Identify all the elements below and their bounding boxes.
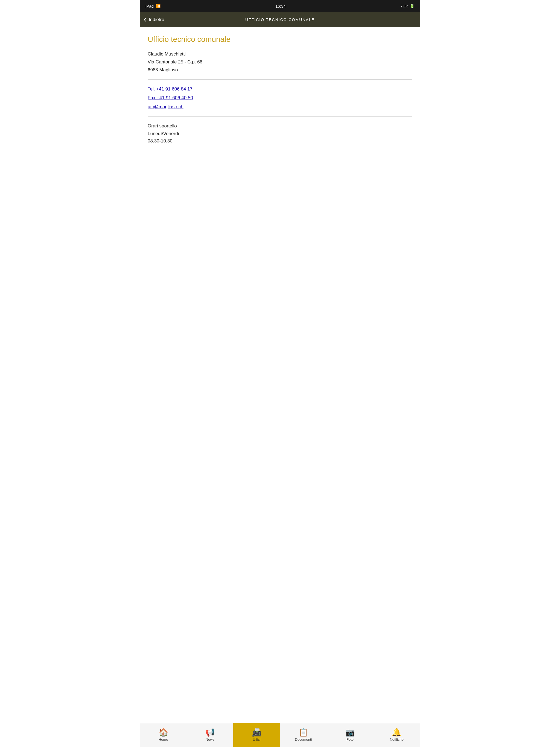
home-icon: 🏠: [159, 729, 168, 736]
notifiche-label: Notifiche: [390, 738, 404, 742]
tab-documenti[interactable]: 📋Documenti: [280, 723, 327, 747]
page-title: Ufficio tecnico comunale: [148, 35, 412, 44]
foto-label: Foto: [347, 738, 354, 742]
contact-name: Claudio Muschietti: [148, 50, 412, 58]
tab-bar: 🏠Home📢News📠Uffici📋Documenti📷Foto🔔Notific…: [140, 723, 420, 747]
phone-link[interactable]: Tel. +41 91 606 84 17: [148, 85, 412, 94]
battery-label: 71%: [401, 4, 408, 8]
tab-foto[interactable]: 📷Foto: [327, 723, 374, 747]
email-link[interactable]: utc@magliaso.ch: [148, 103, 412, 111]
status-bar: iPad 📶 16:34 71% 🔋: [140, 0, 420, 12]
tab-news[interactable]: 📢News: [187, 723, 233, 747]
uffici-icon: 📠: [252, 729, 261, 736]
divider-1: [148, 79, 412, 80]
contact-address1: Via Cantonale 25 - C.p. 66: [148, 58, 412, 66]
hours-time: 08.30-10.30: [148, 137, 412, 145]
back-label: Indietro: [149, 17, 164, 22]
contact-links: Tel. +41 91 606 84 17 Fax +41 91 606 40 …: [148, 85, 412, 111]
uffici-label: Uffici: [253, 738, 261, 742]
tab-home[interactable]: 🏠Home: [140, 723, 187, 747]
fax-link[interactable]: Fax +41 91 606 40 50: [148, 94, 412, 102]
contact-address2: 6983 Magliaso: [148, 66, 412, 74]
hours-label: Orari sportello: [148, 122, 412, 130]
divider-2: [148, 117, 412, 117]
main-content: Ufficio tecnico comunale Claudio Muschie…: [140, 27, 420, 723]
status-bar-right: 71% 🔋: [401, 4, 414, 8]
battery-icon: 🔋: [410, 4, 414, 8]
wifi-icon: 📶: [156, 4, 160, 8]
status-bar-left: iPad 📶: [146, 4, 160, 8]
back-button[interactable]: Indietro: [144, 17, 177, 22]
news-label: News: [206, 738, 215, 742]
nav-title: UFFICIO TECNICO COMUNALE: [177, 18, 383, 22]
status-bar-time: 16:34: [275, 4, 286, 8]
news-icon: 📢: [205, 729, 215, 736]
documenti-label: Documenti: [295, 738, 312, 742]
foto-icon: 📷: [345, 729, 355, 736]
notifiche-icon: 🔔: [392, 729, 401, 736]
contact-info: Claudio Muschietti Via Cantonale 25 - C.…: [148, 50, 412, 74]
tab-uffici[interactable]: 📠Uffici: [233, 723, 280, 747]
hours-days: Lunedì/Venerdì: [148, 130, 412, 137]
tab-notifiche[interactable]: 🔔Notifiche: [373, 723, 420, 747]
chevron-left-icon: [144, 18, 148, 22]
home-label: Home: [159, 738, 168, 742]
documenti-icon: 📋: [299, 729, 308, 736]
nav-bar: Indietro UFFICIO TECNICO COMUNALE: [140, 12, 420, 27]
device-label: iPad: [146, 4, 154, 8]
hours-section: Orari sportello Lunedì/Venerdì 08.30-10.…: [148, 122, 412, 145]
